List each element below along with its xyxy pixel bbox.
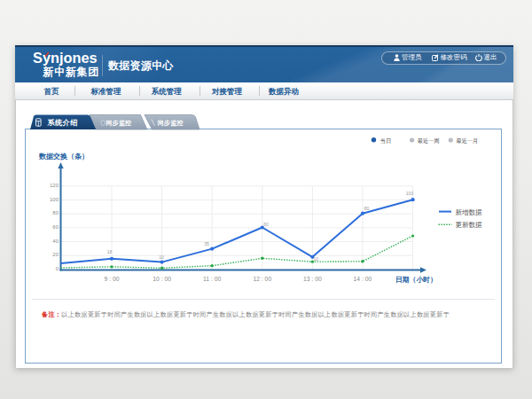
- svg-text:14 : 00: 14 : 00: [354, 276, 372, 282]
- svg-text:80: 80: [364, 206, 370, 211]
- svg-text:数据交换（条）: 数据交换（条）: [38, 153, 89, 160]
- svg-text:60: 60: [52, 224, 59, 230]
- svg-text:35: 35: [204, 241, 209, 246]
- svg-text:新增数据: 新增数据: [456, 208, 483, 216]
- svg-text:最近一周: 最近一周: [418, 137, 440, 144]
- svg-text:更新数据: 更新数据: [456, 221, 483, 229]
- svg-text:当日: 当日: [380, 137, 391, 145]
- svg-text:最近一月: 最近一月: [457, 137, 479, 145]
- svg-text:备注：以上数据更新于时间产生数据以上数据更新于时间产生数据以: 备注：以上数据更新于时间产生数据以上数据更新于时间产生数据以上数据更新于时间产生…: [41, 310, 450, 318]
- svg-text:100: 100: [406, 191, 414, 196]
- svg-text:日期（小时）: 日期（小时）: [395, 276, 437, 284]
- svg-text:11 : 00: 11 : 00: [203, 276, 222, 282]
- svg-text:10: 10: [313, 256, 318, 262]
- svg-text:18: 18: [107, 249, 113, 254]
- svg-text:80: 80: [52, 210, 59, 215]
- svg-text:20: 20: [52, 252, 59, 257]
- svg-text:12 : 00: 12 : 00: [253, 276, 271, 282]
- svg-text:13 : 00: 13 : 00: [303, 276, 322, 282]
- svg-text:120: 120: [50, 183, 59, 188]
- svg-text:9 : 00: 9 : 00: [104, 276, 119, 282]
- svg-text:40: 40: [52, 239, 59, 244]
- svg-text:同步监控: 同步监控: [106, 120, 132, 127]
- svg-text:同步监控: 同步监控: [158, 120, 184, 127]
- svg-text:60: 60: [263, 222, 269, 227]
- svg-text:10: 10: [159, 254, 164, 260]
- svg-text:100: 100: [50, 197, 59, 202]
- svg-text:10 : 00: 10 : 00: [153, 276, 171, 282]
- svg-text:系统介绍: 系统介绍: [47, 118, 78, 127]
